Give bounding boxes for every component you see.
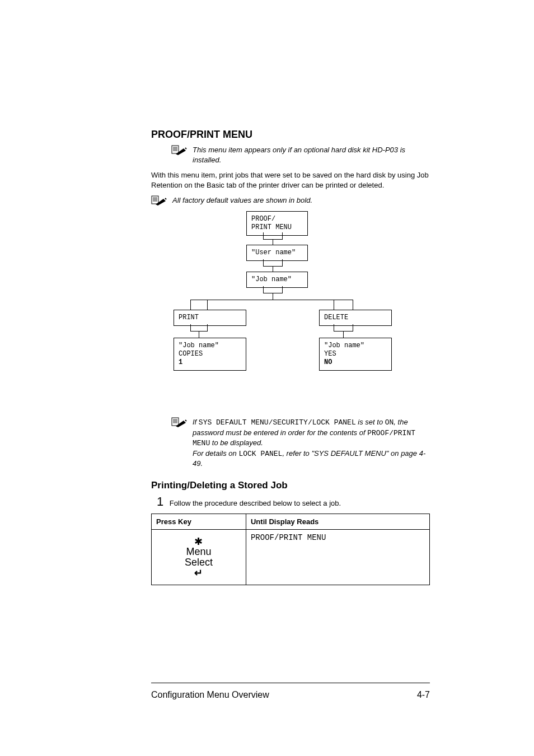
diagram-connector	[343, 331, 344, 338]
diagram-text: YES	[324, 350, 336, 358]
diagram-connector	[263, 286, 264, 293]
note-3-code: ON	[385, 418, 394, 427]
diagram-connector	[334, 300, 334, 310]
diagram-text: PRINT MENU	[251, 223, 292, 231]
diagram-connector	[190, 300, 353, 300]
diagram-connector	[199, 331, 199, 338]
diagram-connector	[207, 324, 208, 331]
menu-label-line2: Select	[158, 557, 239, 568]
diagram-box-user-name: "User name"	[246, 245, 308, 261]
diagram-text: "User name"	[251, 249, 296, 256]
step-text: Follow the procedure described below to …	[170, 499, 341, 507]
menu-select-key: ✱ Menu Select ↵	[156, 533, 241, 581]
footer-rule	[151, 683, 430, 683]
table-header-until-display: Until Display Reads	[246, 514, 429, 529]
subsection-title: Printing/Deleting a Stored Job	[151, 480, 430, 491]
diagram-connector	[273, 266, 273, 272]
diagram-text: COPIES	[179, 350, 203, 358]
star-icon: ✱	[158, 536, 239, 547]
diagram-connector	[207, 300, 208, 310]
diagram-text: "Job name"	[179, 342, 219, 349]
diagram-text: PRINT	[179, 314, 199, 321]
step-1: 1 Follow the procedure described below t…	[157, 494, 430, 509]
diagram-text: "Job name"	[324, 342, 364, 349]
diagram-connector	[263, 259, 264, 266]
page-footer: Configuration Menu Overview 4-7	[151, 690, 430, 700]
step-number: 1	[157, 494, 163, 508]
diagram-connector	[282, 286, 283, 293]
note-icon	[151, 195, 167, 206]
diagram-connector	[190, 324, 191, 331]
diagram-box-print: PRINT	[174, 310, 246, 326]
note-icon	[171, 417, 187, 427]
diagram-connector	[282, 232, 283, 239]
diagram-connector	[273, 239, 273, 245]
note-3-code: SYS DEFAULT MENU/SECURITY/LOCK PANEL	[199, 418, 356, 427]
diagram-connector	[282, 259, 283, 266]
note-1: This menu item appears only if an option…	[171, 145, 430, 165]
diagram-box-print-leaf: "Job name" COPIES 1	[174, 338, 246, 371]
key-table: Press Key Until Display Reads ✱ Menu Sel…	[151, 514, 430, 585]
footer-right: 4-7	[417, 690, 430, 700]
diagram-text: DELETE	[324, 314, 348, 321]
table-header-row: Press Key Until Display Reads	[152, 514, 430, 529]
table-cell-display: PROOF/PRINT MENU	[246, 529, 429, 585]
diagram-connector	[353, 300, 353, 310]
note-1-text: This menu item appears only if an option…	[193, 145, 430, 165]
diagram-box-delete-leaf: "Job name" YES NO	[319, 338, 392, 371]
diagram-connector	[190, 300, 191, 310]
table-header-press-key: Press Key	[152, 514, 246, 529]
page: PROOF/PRINT MENU This menu item appears …	[0, 0, 534, 756]
display-value: PROOF/PRINT MENU	[251, 533, 326, 542]
note-2-text: All factory default values are shown in …	[172, 195, 312, 206]
note-3-part: to be displayed.	[210, 438, 263, 447]
diagram-connector	[273, 293, 273, 300]
note-3-text: If SYS DEFAULT MENU/SECURITY/LOCK PANEL …	[193, 417, 430, 469]
diagram-connector	[334, 324, 334, 331]
diagram-connector	[263, 232, 264, 239]
body-paragraph: With this menu item, print jobs that wer…	[151, 170, 430, 190]
diagram-box-delete: DELETE	[319, 310, 392, 326]
table-row: ✱ Menu Select ↵ PROOF/PRINT MENU	[152, 529, 430, 585]
note-3-part: is set to	[356, 418, 385, 426]
note-2: All factory default values are shown in …	[151, 195, 430, 206]
menu-tree-diagram: PROOF/ PRINT MENU "User name" "Job name"	[151, 211, 430, 407]
note-3-part: For details on	[193, 449, 238, 458]
diagram-text: PROOF/	[251, 215, 275, 223]
diagram-text: "Job name"	[251, 276, 292, 283]
footer-left: Configuration Menu Overview	[151, 690, 269, 700]
diagram-text: 1	[179, 358, 182, 366]
diagram-text: NO	[324, 358, 332, 366]
note-3-code: LOCK PANEL	[238, 450, 282, 458]
menu-label-line1: Menu	[158, 547, 239, 557]
note-3-part: If	[193, 418, 199, 426]
diagram-box-proof-print-menu: PROOF/ PRINT MENU	[246, 211, 308, 236]
note-icon	[171, 145, 187, 155]
enter-icon: ↵	[158, 568, 239, 578]
note-3: If SYS DEFAULT MENU/SECURITY/LOCK PANEL …	[171, 417, 430, 469]
table-cell-key: ✱ Menu Select ↵	[152, 529, 246, 585]
diagram-box-job-name: "Job name"	[246, 272, 308, 288]
diagram-connector	[353, 324, 353, 331]
section-title: PROOF/PRINT MENU	[151, 129, 430, 141]
